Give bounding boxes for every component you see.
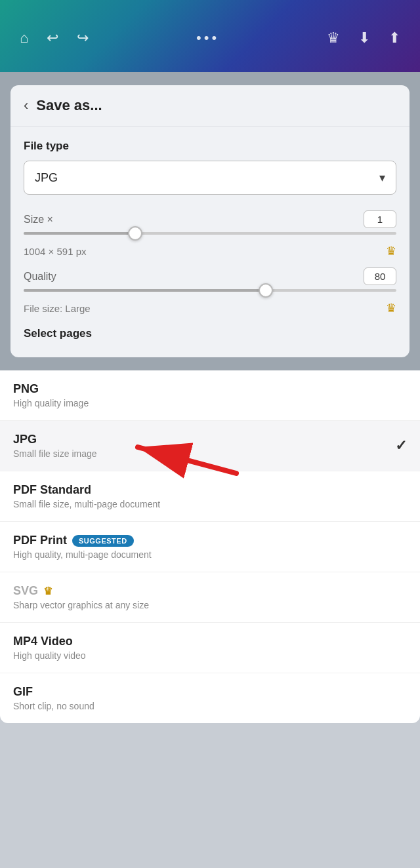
nav-icons-left: ⌂ ↩ ↪ bbox=[20, 30, 89, 47]
mp4-subtitle: High quality video bbox=[13, 650, 407, 661]
redo-icon[interactable]: ↪ bbox=[77, 30, 89, 47]
save-as-title: Save as... bbox=[36, 97, 102, 114]
size-label: Size × bbox=[24, 214, 53, 226]
pdf-print-label: PDF Print bbox=[13, 534, 67, 547]
select-pages-label: Select pages bbox=[24, 327, 396, 344]
nav-icons-right: ♛ ⬇ ⬆ bbox=[327, 30, 400, 47]
file-size-row: File size: Large ♛ bbox=[24, 301, 396, 315]
jpg-checkmark-icon: ✓ bbox=[395, 437, 407, 454]
gif-subtitle: Short clip, no sound bbox=[13, 701, 407, 711]
quality-label: Quality bbox=[24, 271, 56, 283]
jpg-title: JPG bbox=[13, 433, 407, 446]
file-size-text: File size: Large bbox=[24, 303, 91, 314]
quality-value-box[interactable]: 80 bbox=[364, 267, 396, 285]
jpg-subtitle: Small file size image bbox=[13, 448, 407, 459]
top-nav: ⌂ ↩ ↪ ••• ♛ ⬇ ⬆ bbox=[0, 0, 420, 72]
gif-title: GIF bbox=[13, 685, 407, 699]
svg-crown-icon: ♛ bbox=[43, 585, 52, 597]
size-value-box[interactable]: 1 bbox=[364, 210, 396, 228]
svg-label: SVG bbox=[13, 584, 38, 598]
quality-slider-track[interactable] bbox=[24, 289, 396, 292]
pdf-standard-subtitle: Small file size, multi-page document bbox=[13, 499, 407, 509]
list-item-svg[interactable]: SVG ♛ Sharp vector graphics at any size bbox=[0, 572, 420, 623]
file-type-label: File type bbox=[24, 140, 396, 153]
more-options-icon[interactable]: ••• bbox=[196, 30, 219, 47]
size-slider-thumb[interactable] bbox=[128, 226, 142, 241]
file-size-crown-icon: ♛ bbox=[386, 301, 396, 315]
dropdown-arrow-icon: ▾ bbox=[379, 170, 385, 185]
dimensions-crown-icon: ♛ bbox=[386, 244, 396, 258]
save-as-body: File type JPG ▾ Size × 1 1004 × 591 px bbox=[10, 127, 410, 357]
list-item-gif[interactable]: GIF Short clip, no sound bbox=[0, 673, 420, 723]
file-type-selected-value: JPG bbox=[35, 171, 58, 185]
pdf-standard-title: PDF Standard bbox=[13, 483, 407, 497]
share-icon[interactable]: ⬆ bbox=[388, 30, 400, 47]
svg-subtitle: Sharp vector graphics at any size bbox=[13, 600, 407, 610]
png-subtitle: High quality image bbox=[13, 398, 407, 408]
back-button[interactable]: ‹ bbox=[24, 97, 28, 114]
list-item-pdf-standard[interactable]: PDF Standard Small file size, multi-page… bbox=[0, 471, 420, 522]
suggested-badge: SUGGESTED bbox=[72, 535, 134, 547]
mp4-title: MP4 Video bbox=[13, 635, 407, 648]
dimensions-row: 1004 × 591 px ♛ bbox=[24, 244, 396, 258]
size-slider-track[interactable] bbox=[24, 232, 396, 235]
quality-slider-row: Quality 80 bbox=[24, 267, 396, 292]
crown-icon[interactable]: ♛ bbox=[327, 30, 340, 47]
size-slider-fill bbox=[24, 232, 135, 235]
quality-label-row: Quality 80 bbox=[24, 267, 396, 285]
download-icon[interactable]: ⬇ bbox=[358, 30, 370, 47]
size-label-row: Size × 1 bbox=[24, 210, 396, 228]
list-item-jpg[interactable]: JPG Small file size image ✓ bbox=[0, 421, 420, 471]
quality-slider-fill bbox=[24, 289, 266, 292]
save-as-card: ‹ Save as... File type JPG ▾ Size × 1 bbox=[10, 85, 410, 357]
file-type-dropdown[interactable]: JPG ▾ bbox=[24, 161, 396, 195]
quality-slider-thumb[interactable] bbox=[259, 283, 273, 298]
home-icon[interactable]: ⌂ bbox=[20, 30, 28, 47]
list-item-png[interactable]: PNG High quality image bbox=[0, 370, 420, 421]
undo-icon[interactable]: ↩ bbox=[47, 30, 58, 47]
save-as-header: ‹ Save as... bbox=[10, 85, 410, 127]
pdf-print-subtitle: High quality, multi-page document bbox=[13, 549, 407, 560]
overlay-area: ‹ Save as... File type JPG ▾ Size × 1 bbox=[0, 72, 420, 370]
svg-title: SVG ♛ bbox=[13, 584, 407, 598]
list-item-mp4[interactable]: MP4 Video High quality video bbox=[0, 623, 420, 673]
pdf-print-title: PDF Print SUGGESTED bbox=[13, 534, 407, 547]
png-title: PNG bbox=[13, 382, 407, 396]
dimensions-text: 1004 × 591 px bbox=[24, 246, 87, 257]
size-slider-row: Size × 1 bbox=[24, 210, 396, 235]
file-type-list: PNG High quality image JPG Small file si… bbox=[0, 370, 420, 723]
list-item-pdf-print[interactable]: PDF Print SUGGESTED High quality, multi-… bbox=[0, 522, 420, 572]
